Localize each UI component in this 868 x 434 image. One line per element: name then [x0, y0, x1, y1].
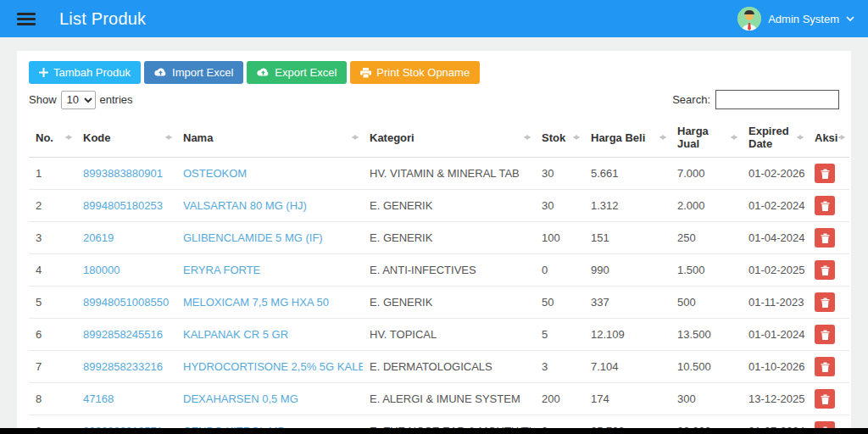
delete-button[interactable]: [815, 325, 835, 344]
trash-icon: [821, 169, 830, 179]
cell-harga-jual: 500: [670, 287, 742, 319]
nama-link[interactable]: ERYRA FORTE: [183, 264, 260, 276]
cell-stok: 100: [535, 222, 584, 254]
kode-link[interactable]: 47168: [83, 392, 114, 405]
cell-harga-beli: 151: [584, 222, 670, 254]
column-header-kategori[interactable]: Kategori: [363, 118, 535, 158]
cell-stok: 30: [535, 158, 584, 190]
delete-button[interactable]: [815, 228, 835, 248]
kode-link[interactable]: 89948051008550: [83, 296, 169, 309]
cell-harga-beli: 337: [584, 287, 670, 319]
cell-nama: KALPANAK CR 5 GR: [176, 319, 363, 351]
cell-no: 2: [29, 190, 76, 222]
table-row: 320619GLIBENCLAMIDE 5 MG (IF)E. GENERIK1…: [29, 222, 849, 254]
kode-link[interactable]: 180000: [83, 264, 120, 276]
sort-icon: [524, 131, 531, 143]
nama-link[interactable]: VALSARTAN 80 MG (HJ): [183, 199, 307, 212]
sort-icon: [573, 131, 580, 143]
cell-aksi: [808, 158, 849, 190]
column-header-harga-jual[interactable]: Harga Jual: [670, 118, 742, 158]
kode-link[interactable]: 20619: [83, 231, 114, 244]
delete-button[interactable]: [815, 260, 835, 280]
kode-link[interactable]: 8994805180253: [83, 199, 163, 212]
cell-harga-jual: 1.500: [670, 254, 742, 287]
nama-link[interactable]: OSTEOKOM: [183, 167, 247, 180]
cell-nama: ERYRA FORTE: [176, 254, 363, 287]
cell-kode: 8992858245516: [76, 319, 176, 351]
cell-aksi: [808, 190, 849, 222]
column-header-no[interactable]: No.: [29, 118, 76, 158]
cell-kode: 47168: [76, 383, 176, 415]
trash-icon: [821, 298, 830, 308]
column-header-harga-beli[interactable]: Harga Beli: [584, 118, 670, 158]
table-body: 18993883880901OSTEOKOMHV. VITAMIN & MINE…: [29, 158, 849, 434]
cell-harga-jual: 250: [670, 222, 742, 254]
nama-link[interactable]: GLIBENCLAMIDE 5 MG (IF): [183, 231, 323, 244]
cell-aksi: [808, 351, 849, 383]
cell-harga-jual: 300: [670, 383, 742, 415]
page-length-select[interactable]: 10: [61, 91, 96, 109]
tambah-produk-button[interactable]: Tambah Produk: [29, 61, 141, 84]
kode-link[interactable]: 8993883880901: [83, 167, 163, 180]
cell-nama: DEXAHARSEN 0,5 MG: [176, 383, 363, 415]
cell-harga-beli: 7.104: [584, 351, 670, 383]
column-header-nama[interactable]: Nama: [176, 118, 363, 158]
column-header-stok[interactable]: Stok: [535, 118, 584, 158]
menu-hamburger-icon[interactable]: [17, 13, 36, 25]
trash-icon: [821, 330, 830, 340]
nama-link[interactable]: DEXAHARSEN 0,5 MG: [183, 392, 298, 405]
cell-aksi: [808, 383, 849, 415]
delete-button[interactable]: [815, 357, 835, 376]
table-row: 18993883880901OSTEOKOMHV. VITAMIN & MINE…: [29, 158, 849, 190]
nama-link[interactable]: MELOXICAM 7,5 MG HXA 50: [183, 296, 329, 309]
cell-kode: 8993883880901: [76, 158, 176, 190]
cell-stok: 50: [535, 287, 584, 319]
table-row: 589948051008550MELOXICAM 7,5 MG HXA 50E.…: [29, 287, 849, 319]
cell-stok: 0: [535, 254, 584, 287]
trash-icon: [821, 394, 830, 404]
cell-harga-jual: 7.000: [670, 158, 742, 190]
delete-button[interactable]: [815, 164, 835, 183]
cell-no: 6: [29, 319, 76, 351]
cell-kode: 8994805180253: [76, 190, 176, 222]
table-row: 28994805180253VALSARTAN 80 MG (HJ)E. GEN…: [29, 190, 849, 222]
column-header-kode[interactable]: Kode: [76, 118, 176, 158]
cell-aksi: [808, 287, 849, 319]
cell-no: 7: [29, 351, 76, 383]
cell-kode: 180000: [76, 254, 176, 287]
cell-expired-date: 01-02-2026: [742, 158, 808, 190]
search-label: Search:: [672, 93, 710, 106]
delete-button[interactable]: [815, 292, 835, 312]
delete-button[interactable]: [815, 389, 835, 409]
cell-kategori: E. GENERIK: [363, 222, 535, 254]
cell-no: 8: [29, 383, 76, 415]
delete-button[interactable]: [815, 196, 835, 215]
cell-no: 5: [29, 287, 76, 319]
cell-kategori: E. GENERIK: [363, 190, 535, 222]
nama-link[interactable]: KALPANAK CR 5 GR: [183, 328, 288, 341]
cell-kode: 8992858233216: [76, 351, 176, 383]
column-header-aksi[interactable]: Aksi: [808, 118, 849, 158]
product-list-card: Tambah Produk Import Excel Export Excel …: [17, 51, 851, 434]
nama-link[interactable]: HYDROCORTISONE 2,5% 5G KALBE: [183, 360, 363, 373]
import-excel-button[interactable]: Import Excel: [144, 61, 243, 84]
cloud-upload-icon: [257, 68, 270, 77]
kode-link[interactable]: 8992858233216: [83, 360, 163, 373]
column-header-expired-date[interactable]: Expired Date: [742, 118, 808, 158]
kode-link[interactable]: 8992858245516: [83, 328, 163, 341]
print-stok-opname-button[interactable]: Print Stok Opname: [350, 61, 480, 84]
search-input[interactable]: [715, 90, 839, 109]
cell-aksi: [808, 222, 849, 254]
cell-no: 1: [29, 158, 76, 190]
cell-stok: 30: [535, 190, 584, 222]
export-excel-button[interactable]: Export Excel: [247, 61, 347, 84]
chevron-down-icon: [846, 16, 854, 22]
table-header-row: No. Kode Nama Kategori Stok Harga Beli H…: [29, 118, 849, 158]
cell-nama: HYDROCORTISONE 2,5% 5G KALBE: [176, 351, 363, 383]
cell-stok: 5: [535, 319, 584, 351]
cell-kategori: E. DERMATOLOGICALS: [363, 351, 535, 383]
table-row: 4180000ERYRA FORTEE. ANTI-INFECTIVES0990…: [29, 254, 849, 287]
user-avatar: [737, 7, 761, 31]
user-menu[interactable]: Admin System: [737, 7, 854, 31]
page-length-control: Show 10 entries: [29, 91, 133, 109]
